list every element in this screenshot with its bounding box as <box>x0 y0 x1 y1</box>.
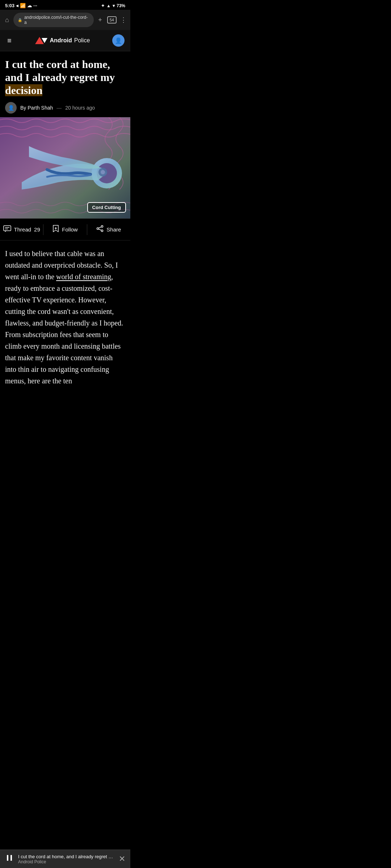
svg-point-4 <box>101 170 105 174</box>
share-label: Share <box>106 226 121 233</box>
security-icon: 🔒 <box>18 18 22 22</box>
battery-display: 73% <box>117 3 125 8</box>
thread-label: Thread <box>14 226 31 233</box>
browser-actions: + 54 ⋮ <box>97 16 127 25</box>
world-of-streaming-link[interactable]: world of streaming <box>56 273 111 281</box>
cloud-icon: ☁ <box>27 3 32 8</box>
action-bar: Thread 29 Follow Share <box>0 218 130 241</box>
svg-point-10 <box>101 226 103 227</box>
follow-icon <box>52 225 59 234</box>
article-header: I cut the cord at home, and I already re… <box>0 51 130 117</box>
svg-line-13 <box>98 227 101 228</box>
author-avatar-img: 👤 <box>8 105 14 111</box>
browser-url-bar[interactable]: 🔒 androidpolice.com/i-cut-the-cord-a <box>13 13 94 27</box>
share-icon <box>96 225 104 234</box>
status-bar: 5:03 ◂ 📶 ☁ ··· ✦ ▲ ▾ 73% <box>0 0 130 10</box>
status-left: 5:03 ◂ 📶 ☁ ··· <box>5 3 37 8</box>
meta-divider: — <box>56 105 62 111</box>
author-name: By Parth Shah <box>20 105 53 111</box>
svg-rect-5 <box>4 226 11 231</box>
browser-home-button[interactable]: ⌂ <box>4 16 10 25</box>
signal-icon: 📶 <box>20 3 26 8</box>
hero-image: Cord Cutting <box>0 117 130 218</box>
hamburger-icon: ≡ <box>7 37 12 44</box>
signal-bars-icon: ▲ <box>106 3 111 8</box>
article-body: I used to believe that cable was an outd… <box>0 241 130 423</box>
thread-icon <box>3 225 11 234</box>
site-logo: Android Police <box>35 37 90 44</box>
time-display: 5:03 <box>5 3 14 8</box>
svg-line-14 <box>98 229 101 230</box>
svg-point-11 <box>97 228 99 230</box>
logo-white-triangle <box>42 38 47 43</box>
cord-cutting-tag[interactable]: Cord Cutting <box>87 202 126 213</box>
cord-cutting-label: Cord Cutting <box>92 205 121 210</box>
share-button[interactable]: Share <box>87 219 130 240</box>
thread-count: 29 <box>34 226 40 233</box>
wifi-icon: ▾ <box>113 3 115 8</box>
logo-icon <box>35 37 47 44</box>
article-title: I cut the cord at home, and I already re… <box>5 58 125 97</box>
publish-time: 20 hours ago <box>65 105 95 111</box>
location-icon: ◂ <box>16 3 18 8</box>
tab-count[interactable]: 54 <box>107 16 117 24</box>
site-header: ≡ Android Police 👤 <box>0 30 130 51</box>
author-avatar: 👤 <box>5 102 17 114</box>
logo-police-text: Police <box>74 37 90 44</box>
avatar-icon: 👤 <box>115 37 122 44</box>
status-right: ✦ ▲ ▾ 73% <box>101 3 125 8</box>
svg-point-12 <box>101 230 103 232</box>
article-paragraph: I used to believe that cable was an outd… <box>5 248 125 387</box>
thread-button[interactable]: Thread 29 <box>0 220 43 239</box>
new-tab-button[interactable]: + <box>97 16 104 25</box>
logo-android-text: Android <box>50 37 72 44</box>
user-avatar-button[interactable]: 👤 <box>112 34 125 47</box>
more-icon: ··· <box>33 3 37 8</box>
title-highlight: decision <box>5 84 42 96</box>
hamburger-menu-button[interactable]: ≡ <box>6 35 13 46</box>
browser-bar: ⌂ 🔒 androidpolice.com/i-cut-the-cord-a +… <box>0 10 130 30</box>
follow-button[interactable]: Follow <box>43 219 87 240</box>
bluetooth-icon: ✦ <box>101 3 105 8</box>
browser-menu-button[interactable]: ⋮ <box>120 16 127 24</box>
article-meta: 👤 By Parth Shah — 20 hours ago <box>5 102 125 114</box>
follow-label: Follow <box>62 226 77 233</box>
url-text: androidpolice.com/i-cut-the-cord-a <box>24 15 89 25</box>
